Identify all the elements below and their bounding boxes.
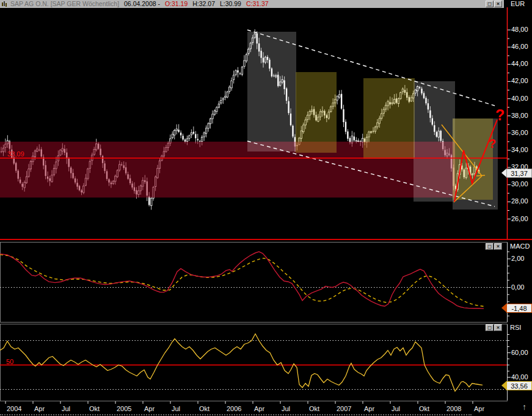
time-axis-label: Okt bbox=[419, 405, 429, 412]
time-axis-label: Apr bbox=[144, 405, 155, 412]
price-axis-tick-label: 44,00 bbox=[511, 60, 528, 68]
macd-signal-line bbox=[0, 255, 484, 307]
triangle-segment-1 bbox=[442, 125, 482, 176]
time-axis-label: Jul bbox=[282, 405, 290, 412]
macd-tag-pointer bbox=[501, 304, 506, 312]
macd-panel-frame bbox=[0, 242, 508, 323]
triangle-segment-2 bbox=[454, 176, 482, 202]
chart-canvas bbox=[0, 0, 532, 416]
time-axis-label: 2005 bbox=[117, 405, 131, 412]
candlestick-series bbox=[1, 29, 479, 210]
instrument-title: SAP AG O.N. [SAP GER Wöchentlich] bbox=[10, 0, 119, 7]
price-axis-tick-label: 26,00 bbox=[511, 215, 528, 223]
highlight-box-6 bbox=[453, 119, 493, 200]
title-bar: SAP AG O.N. [SAP GER Wöchentlich] 06.04.… bbox=[0, 0, 504, 8]
time-axis-label: Okt bbox=[89, 405, 100, 412]
price-axis-tick-label: 42,00 bbox=[511, 77, 528, 85]
time-axis-label: Okt bbox=[199, 405, 210, 412]
macd-axis-tick-label: 2,00 bbox=[511, 255, 524, 263]
time-axis-label: Apr bbox=[364, 405, 374, 412]
highlight-box-1 bbox=[247, 32, 296, 151]
macd-macd-line bbox=[0, 252, 484, 308]
price-axis-tick-label: 28,00 bbox=[511, 197, 528, 205]
time-axis-label: 2008 bbox=[446, 405, 461, 412]
projection-zigzag-line bbox=[454, 120, 497, 202]
time-axis-label: Apr bbox=[254, 405, 264, 412]
main-close-button[interactable]: × bbox=[494, 1, 502, 7]
price-axis-tick-label: 36,00 bbox=[511, 129, 528, 137]
time-axis-label: Jul bbox=[392, 405, 400, 412]
time-axis-label: 2007 bbox=[337, 405, 351, 412]
price-tag-pointer bbox=[501, 169, 506, 177]
highlight-box-2 bbox=[296, 72, 337, 153]
quote-low: L:30.99 bbox=[220, 0, 241, 7]
highlight-box-3 bbox=[363, 78, 415, 159]
chart-application-window: SAP AG O.N. [SAP GER Wöchentlich] 06.04.… bbox=[0, 0, 532, 416]
rsi-midline-label: 50 bbox=[6, 358, 13, 365]
rsi-close-button[interactable]: × bbox=[494, 324, 502, 331]
time-axis-label: Jul bbox=[62, 405, 70, 412]
macd-close-button[interactable]: × bbox=[494, 243, 502, 250]
support-zone-band bbox=[0, 142, 455, 198]
channel-upper-dashed-line bbox=[247, 30, 495, 106]
question-mark-lower: ? bbox=[489, 137, 496, 151]
question-mark-upper: ? bbox=[495, 106, 505, 124]
price-axis-tick-label: 30,00 bbox=[511, 180, 528, 188]
instrument-candlestick-icon bbox=[1, 1, 7, 7]
triangle-segment-3 bbox=[476, 175, 485, 176]
time-axis-label: 2004 bbox=[7, 405, 21, 412]
macd-axis-tick-label: 0,00 bbox=[511, 283, 524, 291]
price-axis-tick-label: 40,00 bbox=[511, 95, 528, 103]
channel-lower-dashed-line bbox=[247, 141, 495, 206]
main-restore-button[interactable]: □ bbox=[486, 1, 494, 7]
rsi-panel-frame bbox=[0, 324, 508, 401]
macd-panel-label: MACD bbox=[510, 243, 530, 250]
macd-value-tag: -1,48 bbox=[506, 304, 532, 313]
rsi-tag-pointer bbox=[501, 381, 506, 390]
time-axis-label: Okt bbox=[309, 405, 319, 412]
rsi-axis-tick-label: 60,00 bbox=[511, 349, 528, 357]
rsi-panel-label: RSI bbox=[510, 324, 521, 332]
quote-open: O:31.19 bbox=[165, 0, 188, 7]
price-axis-tick-label: 38,00 bbox=[511, 112, 528, 120]
price-axis-tick-label: 46,00 bbox=[511, 43, 528, 51]
price-axis-tick-label: 32,00 bbox=[511, 163, 528, 171]
price-axis-tick-label: 48,00 bbox=[511, 26, 528, 34]
quote-date: 06.04.2008 - bbox=[124, 0, 160, 7]
macd-restore-button[interactable]: □ bbox=[486, 243, 494, 250]
quote-close: C:31.37 bbox=[246, 0, 269, 7]
highlight-box-5 bbox=[453, 119, 498, 210]
price-axis-unit-label: EUR bbox=[511, 0, 525, 8]
rsi-restore-button[interactable]: □ bbox=[486, 324, 494, 331]
time-axis-label: Jul bbox=[172, 405, 180, 412]
scroll-up-arrow[interactable]: ↑ bbox=[522, 403, 527, 411]
time-axis-label: 2006 bbox=[227, 405, 241, 412]
time-axis-label: Apr bbox=[34, 405, 45, 412]
panel-separator-line bbox=[0, 239, 532, 240]
quote-high: H:32.07 bbox=[192, 0, 215, 7]
horizontal-scroll-track[interactable] bbox=[0, 414, 472, 415]
price-axis-tick-label: 34,00 bbox=[511, 146, 528, 154]
time-axis-label: Apr bbox=[474, 405, 484, 412]
support-line-price-label: 33,09 bbox=[7, 150, 24, 158]
rsi-axis-tick-label: 40,00 bbox=[511, 373, 528, 381]
rsi-line bbox=[0, 334, 483, 392]
rsi-value-tag: 33,56 bbox=[506, 381, 532, 390]
highlight-box-4 bbox=[414, 81, 455, 202]
